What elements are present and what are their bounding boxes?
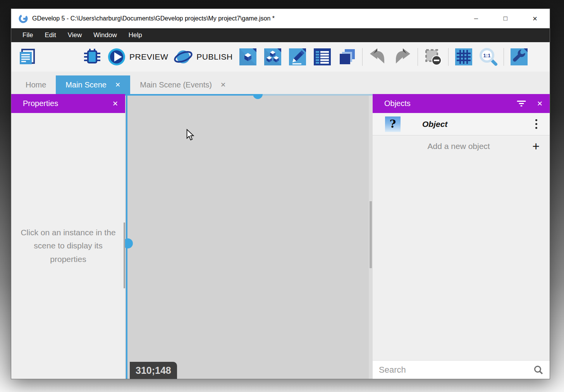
- events-list-icon: [313, 48, 332, 66]
- main-content: Properties ✕ Click on an instance in the…: [11, 94, 550, 379]
- objects-search-bar: [373, 360, 550, 379]
- scene-window-border-top: [125, 94, 253, 96]
- preview-label: PREVIEW: [129, 52, 168, 62]
- window-title: GDevelop 5 - C:\Users\charburg\Documents…: [32, 15, 275, 22]
- tab-close-icon[interactable]: ✕: [115, 81, 120, 89]
- close-button[interactable]: ✕: [520, 9, 550, 28]
- objects-title: Objects: [384, 99, 411, 108]
- object-menu-kebab-icon[interactable]: [532, 117, 540, 132]
- tab-label: Main Scene: [65, 80, 107, 89]
- toolbar-separator: [448, 48, 449, 66]
- preview-button[interactable]: PREVIEW: [107, 48, 168, 66]
- tab-label: Home: [26, 80, 46, 89]
- debugger-button[interactable]: [83, 47, 102, 67]
- filter-icon[interactable]: [517, 100, 526, 107]
- deselect-icon: [424, 48, 442, 66]
- scene-window-border-left: [126, 94, 127, 379]
- objects-header: Objects ✕: [373, 94, 550, 113]
- minimize-button[interactable]: ─: [461, 9, 491, 28]
- menu-edit[interactable]: Edit: [39, 28, 62, 42]
- project-manager-icon: [18, 48, 36, 66]
- menu-bar: File Edit View Window Help: [11, 28, 550, 42]
- tab-close-icon[interactable]: ✕: [220, 81, 226, 89]
- events-sheet-button[interactable]: [313, 47, 332, 67]
- objects-cubes-icon: [263, 48, 282, 66]
- redo-icon: [393, 48, 412, 66]
- add-object-row[interactable]: Add a new object +: [373, 135, 550, 157]
- undo-icon: [368, 48, 387, 66]
- window-controls: ─ □ ✕: [461, 9, 550, 28]
- layers-button[interactable]: [337, 47, 357, 67]
- gdevelop-window: GDevelop 5 - C:\Users\charburg\Documents…: [11, 9, 550, 379]
- properties-panel: Properties ✕ Click on an instance in the…: [11, 94, 125, 379]
- gdevelop-logo-icon: [18, 14, 28, 24]
- close-panel-icon[interactable]: ✕: [537, 99, 543, 108]
- objects-empty-area: [373, 157, 550, 360]
- object-list-item[interactable]: ? Object: [373, 113, 550, 135]
- maximize-button[interactable]: □: [491, 9, 520, 28]
- toolbar-separator: [418, 48, 418, 66]
- svg-text:1:1: 1:1: [483, 53, 490, 58]
- menu-window[interactable]: Window: [88, 28, 122, 42]
- edit-objects-button[interactable]: [263, 47, 282, 67]
- cursor-coordinates-badge: 310;148: [130, 362, 177, 379]
- tab-main-scene[interactable]: Main Scene ✕: [56, 75, 130, 94]
- plus-icon[interactable]: +: [532, 140, 540, 152]
- project-manager-button[interactable]: [17, 47, 37, 67]
- play-icon: [107, 48, 126, 66]
- mouse-cursor-icon: [186, 129, 195, 141]
- object-thumbnail-question-icon: ?: [385, 116, 401, 132]
- close-panel-icon[interactable]: ✕: [112, 99, 118, 108]
- globe-icon: [174, 47, 193, 67]
- properties-title: Properties: [23, 99, 58, 108]
- menu-help[interactable]: Help: [123, 28, 148, 42]
- properties-empty-message: Click on an instance in the scene to dis…: [18, 226, 119, 266]
- toggle-grid-button[interactable]: [454, 47, 473, 67]
- pencil-icon: [288, 48, 307, 66]
- debugger-icon: [83, 48, 101, 66]
- properties-body: Click on an instance in the scene to dis…: [11, 113, 125, 379]
- add-object-label: Add a new object: [385, 142, 532, 151]
- edit-scene-events-button[interactable]: [288, 47, 307, 67]
- tab-main-scene-events[interactable]: Main Scene (Events) ✕: [130, 75, 236, 94]
- scene-window-border-top-light: [253, 94, 373, 96]
- objects-panel: Objects ✕ ? Object: [373, 94, 550, 379]
- scene-properties-button[interactable]: [509, 47, 529, 67]
- object-name: Object: [422, 120, 447, 129]
- undo-button[interactable]: [368, 47, 387, 67]
- tab-label: Main Scene (Events): [140, 80, 212, 89]
- redo-button[interactable]: [393, 47, 412, 67]
- resize-handle-left[interactable]: [125, 238, 133, 248]
- toolbar-separator: [504, 48, 504, 66]
- zoom-1-1-icon: 1:1: [479, 48, 498, 66]
- publish-label: PUBLISH: [196, 52, 232, 62]
- toolbar-separator: [362, 48, 363, 66]
- grid-icon: [454, 48, 473, 66]
- zoom-original-button[interactable]: 1:1: [479, 47, 498, 67]
- properties-header: Properties ✕: [11, 94, 125, 113]
- deselect-all-button[interactable]: [423, 47, 443, 67]
- scene-cube-icon: [239, 48, 257, 66]
- menu-file[interactable]: File: [17, 28, 39, 42]
- resize-handle-top[interactable]: [253, 94, 263, 99]
- edit-scene-button[interactable]: [238, 47, 258, 67]
- title-bar: GDevelop 5 - C:\Users\charburg\Documents…: [11, 9, 550, 28]
- search-icon[interactable]: [533, 365, 543, 375]
- layers-icon: [338, 48, 356, 66]
- toolbar: PREVIEW PUBLISH: [11, 42, 550, 72]
- scene-canvas[interactable]: 310;148: [125, 94, 373, 379]
- publish-button[interactable]: PUBLISH: [174, 47, 232, 67]
- menu-view[interactable]: View: [62, 28, 88, 42]
- tab-bar: Home Main Scene ✕ Main Scene (Events) ✕: [11, 72, 550, 94]
- tab-home[interactable]: Home: [16, 75, 56, 94]
- canvas-scrollbar-thumb[interactable]: [370, 201, 372, 268]
- search-input[interactable]: [379, 365, 530, 375]
- wrench-icon: [510, 48, 528, 66]
